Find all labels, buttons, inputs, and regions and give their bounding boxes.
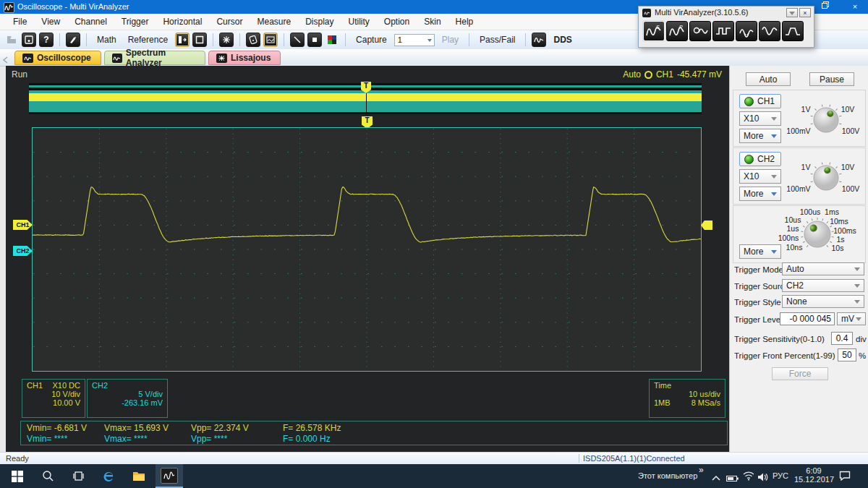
floating-window-close-button[interactable]: × (799, 8, 811, 17)
task-view-button[interactable] (63, 464, 93, 488)
autoset-button[interactable] (219, 33, 234, 47)
ch1-more-arrow-icon (771, 134, 777, 138)
menu-horizontal[interactable]: Horizontal (156, 17, 209, 27)
multimeter-button[interactable] (246, 33, 260, 47)
trigger-mode-value: Auto (786, 264, 804, 274)
ch2-zero-marker[interactable]: CH2 (13, 246, 33, 256)
trigger-mode-select[interactable]: Auto (782, 262, 864, 275)
math-button[interactable]: Math (93, 35, 121, 45)
ch1-attenuation-select[interactable]: X10 (739, 111, 781, 126)
open-file-button[interactable] (4, 33, 19, 47)
menu-trigger[interactable]: Trigger (114, 17, 156, 27)
trigger-style-select[interactable]: None (782, 295, 864, 308)
save-button[interactable] (22, 33, 36, 47)
time-info-depth: 1MB (654, 398, 671, 407)
ch2-volts-knob-area: 1V 10V 100mV 100V (784, 150, 867, 204)
tools-button[interactable] (66, 33, 80, 47)
dds-button[interactable]: DDS (549, 35, 576, 45)
battery-icon[interactable] (726, 472, 739, 485)
menu-measure[interactable]: Measure (250, 17, 298, 27)
tab-spectrum-analyzer[interactable]: Spectrum Analyzer (104, 51, 205, 65)
toolbar-separator (213, 33, 213, 46)
record-trigger-marker[interactable]: T (361, 82, 371, 93)
tab-scroll-left-icon[interactable] (2, 53, 9, 67)
ch1-enable-button[interactable]: CH1 (739, 94, 781, 108)
tool-spectrum-button[interactable]: P (666, 21, 688, 41)
tool-filter-button[interactable] (782, 21, 804, 41)
line-cursor-button[interactable] (290, 33, 305, 47)
hidden-icons-chevron[interactable] (712, 472, 720, 485)
menu-help[interactable]: Help (448, 17, 481, 27)
capture-count-value: 1 (398, 35, 402, 44)
edge-browser-icon[interactable] (93, 464, 124, 488)
clock-date: 15.12.2017 (794, 475, 833, 484)
trigger-level-input[interactable]: -0 000 045 (780, 312, 835, 325)
clock[interactable]: 6:09 15.12.2017 (794, 466, 833, 484)
trigger-sensitivity-input[interactable]: 0.4 (831, 332, 853, 345)
action-center-icon[interactable] (839, 471, 851, 484)
ch1-more-label: More (744, 131, 763, 141)
ch1-volts-knob[interactable] (784, 92, 867, 146)
floating-tool-window: Multi VirAnalyzer(3.10.5.6) × S P (638, 6, 814, 48)
record-view-bar[interactable]: T (29, 83, 702, 114)
language-indicator[interactable]: РУС (773, 471, 788, 480)
tool-logic-analyzer-button[interactable] (712, 21, 734, 41)
file-explorer-icon[interactable] (124, 464, 154, 488)
trigger-level-marker[interactable] (701, 221, 712, 230)
speaker-icon[interactable] (757, 471, 768, 484)
menu-cursor[interactable]: Cursor (209, 17, 250, 27)
taskbar-computer-label[interactable]: Этот компьютер (638, 471, 697, 480)
floating-window-collapse-button[interactable] (786, 8, 798, 17)
ch1-zero-marker[interactable]: CH1 (13, 220, 33, 230)
trigger-readout-mode: Auto (623, 69, 641, 80)
full-view-button[interactable] (192, 33, 207, 47)
dds-icon[interactable] (532, 33, 546, 47)
trigger-sensitivity-unit: div (856, 335, 867, 343)
tool-handheld-button[interactable] (689, 21, 711, 41)
snapshot-button[interactable] (263, 33, 278, 47)
start-button[interactable] (2, 464, 33, 488)
ch1-vmin: Vmin= -6.681 V (27, 423, 87, 433)
force-button[interactable]: Force (772, 367, 828, 380)
taskbar-overflow-chevron[interactable]: » (699, 465, 704, 475)
stop-button[interactable] (307, 33, 322, 47)
tab-oscilloscope[interactable]: Oscilloscope (14, 51, 101, 65)
wifi-icon[interactable] (743, 471, 754, 484)
close-window-button[interactable]: × (842, 0, 868, 14)
trigger-level-unit-select[interactable]: mV (837, 312, 866, 325)
capture-count-input[interactable]: 1 (394, 34, 435, 46)
menu-option[interactable]: Option (377, 17, 417, 27)
menu-channel[interactable]: Channel (67, 17, 114, 27)
split-view-button[interactable] (175, 33, 190, 47)
trigger-ring-icon (644, 71, 652, 79)
tool-waveform-m-button[interactable] (759, 21, 780, 41)
tab-lissajous[interactable]: Lissajous (208, 51, 281, 65)
reference-button[interactable]: Reference (124, 35, 172, 45)
tool-oscilloscope-button[interactable]: S (643, 21, 665, 41)
viranalyzer-taskbar-icon[interactable] (156, 464, 183, 488)
menu-file[interactable]: File (6, 17, 34, 27)
color-palette-button[interactable] (325, 33, 339, 47)
menu-view[interactable]: View (34, 17, 67, 27)
search-icon[interactable] (33, 464, 63, 488)
menu-skin[interactable]: Skin (417, 17, 448, 27)
capture-dropdown-arrow-icon[interactable] (427, 39, 432, 42)
menu-display[interactable]: Display (298, 17, 341, 27)
pass-fail-button[interactable]: Pass/Fail (475, 35, 519, 45)
tool-dual-wave-button[interactable] (736, 21, 757, 41)
menu-utility[interactable]: Utility (341, 17, 377, 27)
trigger-front-input[interactable]: 50 (838, 348, 856, 361)
help-button[interactable]: ? (39, 33, 54, 47)
pause-button[interactable]: Pause (809, 72, 854, 86)
time-label-100us: 100us (800, 207, 821, 216)
trigger-source-select[interactable]: CH2 (782, 279, 864, 292)
trigger-readout: Auto CH1 -45.477 mV (623, 69, 722, 80)
ch2-enable-button[interactable]: CH2 (739, 152, 781, 166)
ch1-more-select[interactable]: More (739, 129, 781, 143)
ch2-more-select[interactable]: More (739, 187, 781, 201)
play-button[interactable]: Play (438, 35, 463, 45)
ch2-volts-knob[interactable] (784, 150, 867, 204)
restore-window-button[interactable] (814, 0, 836, 14)
auto-button[interactable]: Auto (746, 72, 791, 86)
ch2-attenuation-select[interactable]: X10 (739, 169, 781, 184)
